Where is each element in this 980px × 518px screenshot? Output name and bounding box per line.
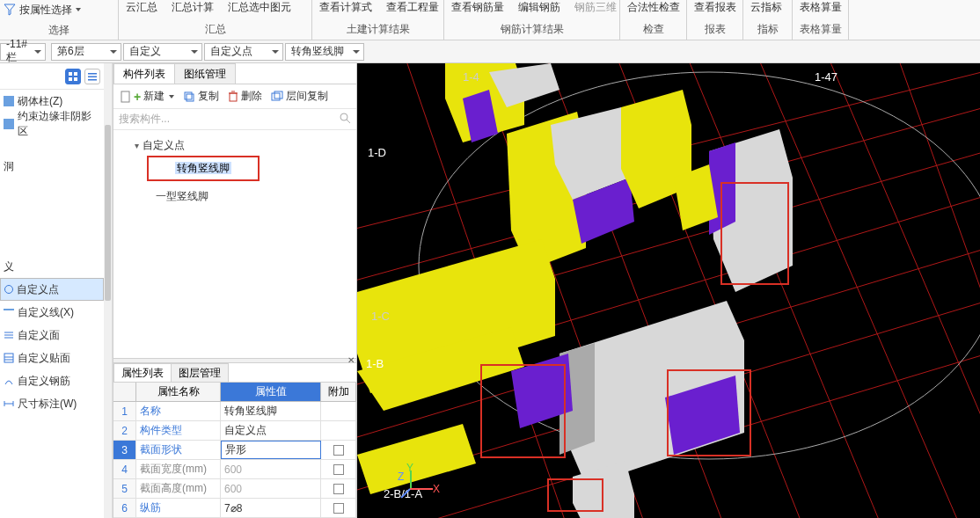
- view-list-toggle[interactable]: [84, 69, 100, 84]
- tree-child-1[interactable]: 转角竖线脚: [147, 156, 356, 181]
- sidebar-item[interactable]: 洞: [0, 155, 104, 178]
- svg-rect-6: [88, 79, 97, 81]
- chevron-down-icon: [353, 50, 360, 54]
- sidebar-item[interactable]: 约束边缘非阴影区: [0, 113, 104, 135]
- sidebar-item[interactable]: 自定义面: [0, 324, 104, 347]
- prop-value[interactable]: 7⌀8: [221, 499, 321, 517]
- prop-ext[interactable]: [321, 421, 356, 440]
- selector-1[interactable]: 第6层: [51, 43, 121, 61]
- selector-4[interactable]: 转角竖线脚: [285, 43, 364, 61]
- scroll-thumb[interactable]: [105, 125, 111, 301]
- sidebar-item[interactable]: 自定义点: [0, 278, 104, 301]
- prop-header-value[interactable]: 属性值: [221, 383, 321, 401]
- ribbon-btn[interactable]: 查看报表: [687, 0, 743, 19]
- ribbon-group-label: 指标: [743, 19, 792, 40]
- prop-value[interactable]: 异形: [221, 441, 321, 459]
- ribbon-btn[interactable]: 查看计算式: [312, 0, 379, 19]
- search-icon: [339, 112, 351, 127]
- ribbon-btn[interactable]: 云汇总: [119, 0, 165, 19]
- ribbon-group-label: 钢筋计算结果: [444, 19, 619, 40]
- ribbon-btn[interactable]: 钢筋三维: [567, 0, 624, 19]
- chevron-down-icon: [169, 95, 174, 98]
- tab-drawing-manage[interactable]: 图纸管理: [174, 63, 236, 84]
- tab-layer-manage[interactable]: 图层管理: [171, 363, 229, 382]
- ribbon-btn[interactable]: 合法性检查: [620, 0, 687, 19]
- svg-rect-1: [74, 72, 77, 76]
- tab-component-list[interactable]: 构件列表: [113, 63, 175, 84]
- selector-0[interactable]: -11#栏: [0, 43, 46, 61]
- svg-rect-18: [274, 91, 282, 98]
- ribbon-btn[interactable]: 查看钢筋量: [444, 0, 511, 19]
- prop-value[interactable]: 600: [221, 460, 321, 478]
- ribbon-btn[interactable]: 查看工程量: [379, 0, 446, 19]
- line-icon: [4, 309, 14, 310]
- prop-row[interactable]: 1名称转角竖线脚: [113, 402, 356, 421]
- view-card-toggle[interactable]: [65, 69, 81, 84]
- left-scrollbar[interactable]: [104, 63, 113, 518]
- ribbon-group-select: 选择: [0, 19, 118, 40]
- svg-rect-0: [69, 72, 72, 76]
- prop-select-button[interactable]: 按属性选择: [0, 0, 118, 19]
- prop-ext[interactable]: [321, 499, 356, 517]
- prop-row[interactable]: 6纵筋7⌀8: [113, 499, 356, 518]
- close-icon[interactable]: ✕: [347, 355, 355, 365]
- chevron-down-icon: [34, 50, 41, 54]
- sidebar-item: [0, 197, 104, 216]
- ribbon-btn[interactable]: 编辑钢筋: [511, 0, 567, 19]
- prop-header-name[interactable]: 属性名称: [136, 383, 221, 401]
- selector-2[interactable]: 自定义: [123, 43, 202, 61]
- prop-name: 截面形状: [136, 441, 221, 459]
- sidebar-item[interactable]: 自定义钢筋: [0, 369, 104, 392]
- checkbox-icon[interactable]: [333, 445, 344, 456]
- new-button[interactable]: +新建: [117, 89, 178, 104]
- ribbon-btn[interactable]: 汇总选中图元: [221, 0, 298, 19]
- sidebar-item[interactable]: 自定义贴面: [0, 347, 104, 369]
- svg-rect-2: [69, 77, 72, 81]
- copy-button[interactable]: 复制: [179, 89, 223, 104]
- prop-idx: 6: [113, 499, 136, 517]
- checkbox-icon[interactable]: [333, 484, 344, 494]
- prop-ext[interactable]: [321, 479, 356, 498]
- sidebar-item: [0, 216, 104, 236]
- search-input[interactable]: 搜索构件...: [113, 109, 356, 130]
- axis-label: 1-47: [815, 70, 837, 84]
- copy-layer-button[interactable]: 层间复制: [267, 89, 332, 104]
- ribbon-btn[interactable]: 表格算量: [793, 0, 849, 19]
- sidebar-item[interactable]: 自定义线(X): [0, 301, 104, 324]
- prop-value[interactable]: 自定义点: [221, 421, 321, 440]
- sidebar-item: [0, 178, 104, 197]
- ribbon-btn[interactable]: 汇总计算: [165, 0, 221, 19]
- prop-ext[interactable]: [321, 402, 356, 420]
- delete-button[interactable]: 删除: [224, 89, 266, 104]
- splitter[interactable]: ✕: [113, 358, 356, 363]
- dimension-icon: [4, 398, 14, 409]
- tree-child-2[interactable]: 一型竖线脚: [147, 186, 356, 207]
- prop-row[interactable]: 4截面宽度(mm)600: [113, 460, 356, 479]
- svg-rect-7: [4, 354, 13, 362]
- prop-ext[interactable]: [321, 460, 356, 478]
- 3d-viewport[interactable]: 1-41-471-D1-C1-B2-B/1-A Y X Z: [357, 63, 980, 518]
- face2-icon: [4, 353, 14, 363]
- selector-3[interactable]: 自定义点: [204, 43, 283, 61]
- axis-label: 1-4: [463, 70, 479, 84]
- ribbon-btn[interactable]: 云指标: [743, 0, 789, 19]
- sidebar-item[interactable]: 尺寸标注(W): [0, 392, 104, 415]
- ribbon-group-label: 表格算量: [793, 19, 848, 40]
- plus-icon: +: [134, 90, 141, 104]
- tab-prop-list[interactable]: 属性列表: [113, 363, 172, 382]
- prop-row[interactable]: 5截面高度(mm)600: [113, 479, 356, 499]
- sidebar-item[interactable]: 义: [0, 255, 104, 278]
- doc-icon: [121, 91, 131, 103]
- prop-ext[interactable]: [321, 441, 356, 459]
- tree-parent[interactable]: 自定义点: [126, 135, 356, 156]
- checkbox-icon[interactable]: [333, 464, 344, 475]
- prop-name: 截面高度(mm): [136, 479, 221, 498]
- checkbox-icon[interactable]: [333, 503, 344, 514]
- prop-header-ext[interactable]: 附加: [321, 383, 356, 401]
- prop-value[interactable]: 转角竖线脚: [221, 402, 321, 420]
- prop-value[interactable]: 600: [221, 479, 321, 498]
- chevron-down-icon: [76, 8, 81, 11]
- prop-row[interactable]: 2构件类型自定义点: [113, 421, 356, 441]
- svg-rect-17: [272, 93, 280, 100]
- prop-row[interactable]: 3截面形状异形: [113, 441, 356, 460]
